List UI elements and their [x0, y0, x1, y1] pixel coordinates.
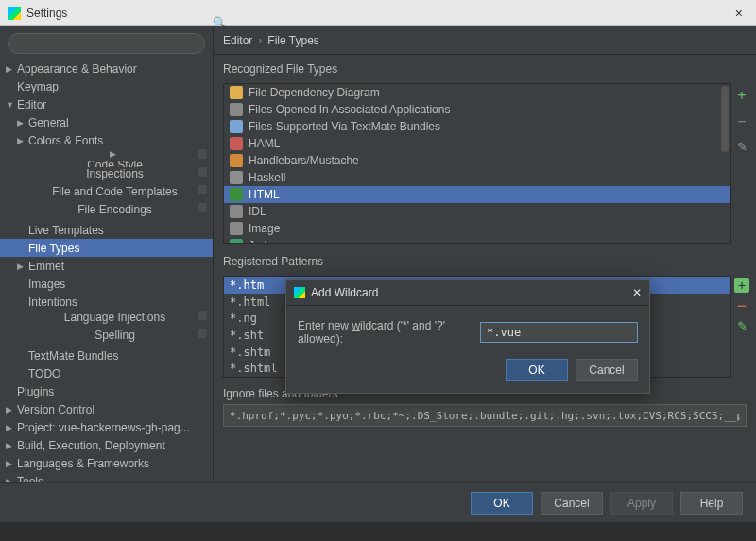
file-type-label: Image: [249, 222, 280, 235]
tree-item-label: Emmet: [28, 260, 64, 273]
app-logo-icon: [8, 7, 21, 20]
tree-item-label: General: [28, 116, 69, 129]
tree-item[interactable]: Live Templates: [0, 221, 213, 239]
ignore-files-input[interactable]: [223, 404, 747, 427]
file-type-item[interactable]: HAML: [224, 135, 730, 152]
file-type-item[interactable]: File Dependency Diagram: [224, 84, 730, 101]
file-type-icon: [230, 171, 243, 184]
tree-item-label: Version Control: [17, 403, 94, 416]
dialog-title: Add Wildcard: [311, 286, 378, 299]
dialog-cancel-button[interactable]: Cancel: [576, 359, 638, 381]
chevron-right-icon: ▶: [17, 262, 28, 271]
dialog-ok-button[interactable]: OK: [506, 359, 568, 381]
tree-item[interactable]: ▼Editor: [0, 95, 213, 113]
tree-item[interactable]: File and Code Templates: [0, 185, 213, 203]
app-logo-icon: [294, 287, 305, 298]
dialog-close-button[interactable]: ✕: [632, 286, 642, 299]
tree-item[interactable]: TODO: [0, 364, 213, 382]
tree-item-label: Build, Execution, Deployment: [17, 439, 165, 452]
tree-item[interactable]: ▶Colors & Fonts: [0, 131, 213, 149]
tree-item[interactable]: ▶Version Control: [0, 400, 213, 418]
tree-item-label: Tools: [17, 475, 43, 483]
window-title: Settings: [26, 7, 67, 20]
tree-item-label: Inspections: [86, 167, 144, 180]
tree-item[interactable]: ▶Tools: [0, 472, 213, 482]
window-titlebar: Settings ×: [0, 0, 756, 26]
settings-sidebar: 🔍 ▶Appearance & BehaviorKeymap▼Editor▶Ge…: [0, 26, 214, 482]
tree-item[interactable]: ▶Appearance & Behavior: [0, 59, 213, 77]
chevron-right-icon: ▶: [17, 118, 28, 127]
recognized-file-types-label: Recognized File Types: [214, 55, 756, 81]
file-type-item[interactable]: HTML: [224, 186, 730, 203]
recognized-file-types-list[interactable]: File Dependency DiagramFiles Opened In A…: [223, 83, 731, 244]
window-close-button[interactable]: ×: [730, 4, 748, 23]
remove-pattern-button[interactable]: −: [737, 300, 747, 312]
file-type-label: HTML: [249, 188, 280, 201]
file-type-item[interactable]: Handlebars/Mustache: [224, 152, 730, 169]
dialog-footer: OK Cancel Apply Help: [0, 482, 756, 522]
tree-item-label: TextMate Bundles: [28, 349, 118, 363]
tree-item-label: Keymap: [17, 80, 59, 93]
file-type-item[interactable]: IDL: [224, 203, 730, 220]
breadcrumb-item[interactable]: File Types: [267, 34, 318, 47]
tree-item-label: Colors & Fonts: [28, 134, 103, 147]
tree-item[interactable]: ▶Build, Execution, Deployment: [0, 436, 213, 454]
apply-button: Apply: [610, 492, 673, 515]
file-type-item[interactable]: Image: [224, 220, 730, 237]
tree-item[interactable]: Keymap: [0, 77, 213, 95]
tree-item[interactable]: Images: [0, 275, 213, 293]
tree-item[interactable]: ▶Emmet: [0, 257, 213, 275]
scrollbar[interactable]: [721, 86, 729, 152]
file-type-item[interactable]: Jade: [224, 237, 730, 244]
tree-item-label: File Types: [28, 242, 79, 255]
add-file-type-button[interactable]: +: [737, 87, 746, 104]
chevron-right-icon: ▶: [6, 477, 17, 483]
tree-item[interactable]: Intentions: [0, 293, 213, 311]
tree-item[interactable]: File Encodings: [0, 203, 213, 221]
breadcrumb: Editor › File Types: [214, 26, 756, 55]
tree-item[interactable]: ▶Languages & Frameworks: [0, 454, 213, 472]
settings-search-input[interactable]: [8, 33, 205, 54]
help-button[interactable]: Help: [680, 492, 743, 515]
add-pattern-button[interactable]: +: [734, 278, 749, 293]
chevron-right-icon: ▶: [17, 136, 28, 145]
tree-item-label: Plugins: [17, 385, 54, 398]
file-type-icon: [230, 239, 243, 244]
tree-item[interactable]: ▶General: [0, 113, 213, 131]
tree-item[interactable]: ▶Project: vue-hackernews-gh-pag...: [0, 418, 213, 436]
tree-item-label: File Encodings: [77, 203, 152, 216]
tree-item-label: TODO: [28, 367, 60, 380]
file-type-label: Haskell: [249, 171, 285, 184]
chevron-right-icon: ▶: [6, 405, 17, 414]
edit-pattern-button[interactable]: ✎: [737, 319, 747, 333]
tree-item[interactable]: Plugins: [0, 382, 213, 400]
file-type-icon: [230, 205, 243, 218]
settings-content: Editor › File Types Recognized File Type…: [214, 26, 756, 482]
file-type-label: Handlebars/Mustache: [249, 154, 359, 167]
file-type-label: File Dependency Diagram: [249, 86, 380, 99]
chevron-right-icon: ▶: [6, 459, 17, 468]
remove-file-type-button[interactable]: −: [737, 113, 746, 130]
breadcrumb-separator-icon: ›: [258, 34, 262, 47]
tree-item[interactable]: Spelling: [0, 329, 213, 347]
file-type-icon: [230, 86, 243, 99]
file-type-label: Files Opened In Associated Applications: [249, 103, 450, 116]
settings-tree[interactable]: ▶Appearance & BehaviorKeymap▼Editor▶Gene…: [0, 58, 213, 482]
cancel-button[interactable]: Cancel: [541, 492, 603, 515]
tree-item[interactable]: File Types: [0, 239, 213, 257]
tree-item[interactable]: ▶Code Style: [0, 149, 213, 167]
ok-button[interactable]: OK: [471, 492, 533, 515]
file-type-item[interactable]: Files Supported Via TextMate Bundles: [224, 118, 730, 135]
file-type-icon: [230, 188, 243, 201]
tree-item-label: Intentions: [28, 296, 77, 309]
file-type-label: Files Supported Via TextMate Bundles: [249, 120, 440, 133]
tree-item[interactable]: Language Injections: [0, 311, 213, 329]
file-type-item[interactable]: Haskell: [224, 169, 730, 186]
tree-item[interactable]: TextMate Bundles: [0, 347, 213, 364]
file-type-item[interactable]: Files Opened In Associated Applications: [224, 101, 730, 118]
wildcard-input[interactable]: [480, 322, 638, 343]
tree-item-label: Language Injections: [64, 311, 165, 324]
breadcrumb-item[interactable]: Editor: [223, 34, 252, 47]
edit-file-type-button[interactable]: ✎: [737, 140, 747, 154]
tree-item[interactable]: Inspections: [0, 167, 213, 185]
